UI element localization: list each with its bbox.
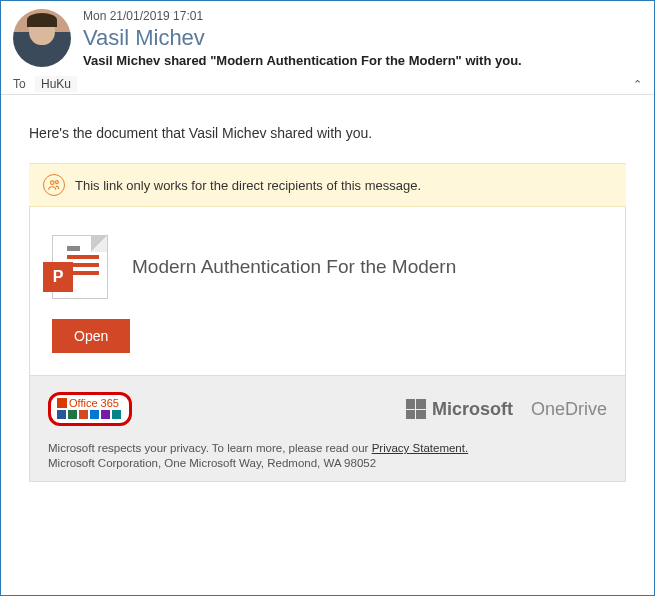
privacy-text: Microsoft respects your privacy. To lear… bbox=[48, 442, 372, 454]
notice-text: This link only works for the direct reci… bbox=[75, 178, 421, 193]
email-header: Mon 21/01/2019 17:01 Vasil Michev Vasil … bbox=[1, 1, 654, 74]
expand-caret-icon[interactable]: ⌃ bbox=[633, 78, 642, 91]
recipients-row: To HuKu ⌃ bbox=[1, 74, 654, 95]
microsoft-label: Microsoft bbox=[432, 399, 513, 420]
office365-label: Office 365 bbox=[69, 397, 119, 409]
brand-right: Microsoft OneDrive bbox=[406, 399, 607, 420]
email-subject: Vasil Michev shared "Modern Authenticati… bbox=[83, 53, 642, 68]
svg-point-0 bbox=[51, 181, 55, 185]
svg-point-1 bbox=[55, 181, 58, 184]
sender-name[interactable]: Vasil Michev bbox=[83, 25, 642, 51]
email-body: Here's the document that Vasil Michev sh… bbox=[1, 95, 654, 492]
microsoft-grid-icon bbox=[406, 399, 426, 419]
microsoft-logo: Microsoft bbox=[406, 399, 513, 420]
people-icon bbox=[43, 174, 65, 196]
office365-logo: Office 365 bbox=[57, 397, 121, 409]
office-square-icon bbox=[57, 398, 67, 408]
onedrive-label: OneDrive bbox=[531, 399, 607, 420]
privacy-link[interactable]: Privacy Statement. bbox=[372, 442, 469, 454]
privacy-line: Microsoft respects your privacy. To lear… bbox=[48, 442, 607, 454]
document-row: P Modern Authentication For the Modern bbox=[52, 235, 603, 299]
timestamp: Mon 21/01/2019 17:01 bbox=[83, 9, 642, 23]
powerpoint-icon: P bbox=[52, 235, 108, 299]
footer: Office 365 Microsoft O bbox=[29, 376, 626, 482]
corp-address: Microsoft Corporation, One Microsoft Way… bbox=[48, 457, 607, 469]
intro-text: Here's the document that Vasil Michev sh… bbox=[29, 125, 626, 141]
document-card: P Modern Authentication For the Modern O… bbox=[29, 207, 626, 376]
header-text: Mon 21/01/2019 17:01 Vasil Michev Vasil … bbox=[83, 9, 642, 68]
recipient-notice: This link only works for the direct reci… bbox=[29, 163, 626, 207]
recipient-chip[interactable]: HuKu bbox=[35, 76, 77, 92]
document-title[interactable]: Modern Authentication For the Modern bbox=[132, 256, 456, 278]
annotation-highlight: Office 365 bbox=[48, 392, 132, 426]
mini-app-icons bbox=[57, 410, 121, 419]
sender-avatar[interactable] bbox=[13, 9, 71, 67]
to-label: To bbox=[13, 77, 35, 91]
open-button[interactable]: Open bbox=[52, 319, 130, 353]
footer-brand-row: Office 365 Microsoft O bbox=[48, 392, 607, 426]
